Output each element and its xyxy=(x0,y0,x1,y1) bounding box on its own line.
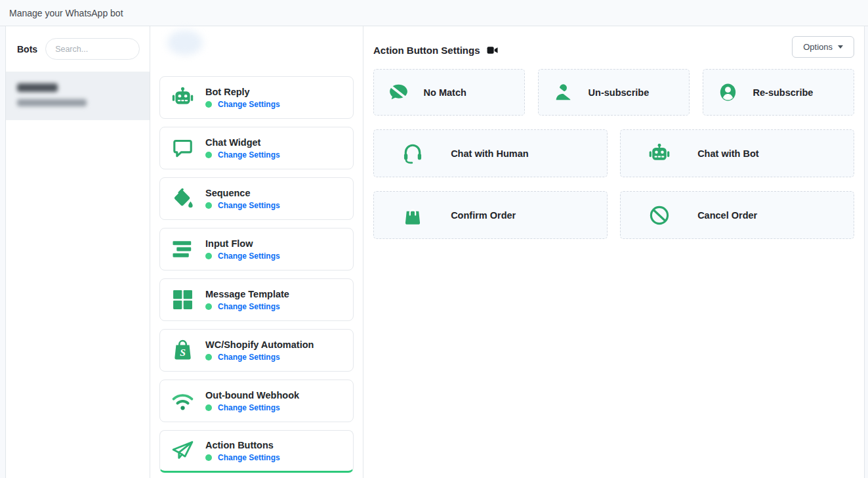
ban-icon xyxy=(621,204,697,227)
options-button[interactable]: Options xyxy=(792,36,854,58)
status-dot xyxy=(205,404,212,411)
status-dot xyxy=(205,253,212,259)
user-circle-icon xyxy=(703,81,753,103)
video-camera-icon[interactable] xyxy=(487,46,498,54)
status-dot xyxy=(205,152,212,158)
change-settings-link[interactable]: Change Settings xyxy=(218,353,280,362)
bot-search-input[interactable] xyxy=(45,38,140,60)
action-card-confirm-order[interactable]: Confirm Order xyxy=(373,191,608,239)
paper-plane-icon xyxy=(170,439,195,464)
feature-title: WC/Shopify Automation xyxy=(205,339,314,350)
main-layout: Bots Bot Reply Change Settings xyxy=(5,26,865,478)
status-dot xyxy=(205,303,212,310)
panel-title: Action Button Settings xyxy=(373,45,480,56)
feature-title: Action Buttons xyxy=(205,440,280,450)
blurred-avatar xyxy=(167,30,203,55)
change-settings-link[interactable]: Change Settings xyxy=(218,302,280,311)
feature-title: Input Flow xyxy=(205,238,280,249)
shopify-bag-icon: S xyxy=(170,338,195,363)
action-label: Re-subscribe xyxy=(753,87,854,98)
headset-icon xyxy=(374,142,451,165)
options-button-label: Options xyxy=(803,42,833,52)
action-label: No Match xyxy=(424,87,524,98)
svg-text:S: S xyxy=(180,347,186,358)
user-slash-icon xyxy=(539,81,589,103)
panel-header: Action Button Settings Options xyxy=(373,36,854,58)
feature-card-shopify-automation[interactable]: S WC/Shopify Automation Change Settings xyxy=(159,329,354,372)
feature-card-bot-reply[interactable]: Bot Reply Change Settings xyxy=(159,76,354,119)
chat-bubble-icon xyxy=(170,136,195,161)
action-card-chat-with-human[interactable]: Chat with Human xyxy=(373,129,608,177)
change-settings-link[interactable]: Change Settings xyxy=(218,150,280,160)
bars-icon xyxy=(170,237,195,262)
status-dot xyxy=(205,101,212,108)
action-button-settings-panel: Action Button Settings Options No Match xyxy=(363,26,864,478)
feature-title: Out-bound Webhook xyxy=(205,390,299,401)
action-label: Confirm Order xyxy=(451,210,607,221)
status-dot xyxy=(205,454,212,461)
feature-title: Bot Reply xyxy=(205,87,280,97)
feature-list: Bot Reply Change Settings Chat Widget Ch… xyxy=(150,26,363,478)
action-card-no-match[interactable]: No Match xyxy=(373,69,525,116)
robot-icon xyxy=(621,142,697,165)
feature-title: Chat Widget xyxy=(205,137,280,148)
feature-card-sequence[interactable]: Sequence Change Settings xyxy=(159,177,354,220)
status-dot xyxy=(205,202,212,209)
action-row-1: No Match Un-subscribe Re-subscribe xyxy=(373,69,854,116)
bots-heading: Bots xyxy=(17,44,37,54)
shopping-bag-icon xyxy=(374,204,451,227)
caret-down-icon xyxy=(838,45,843,49)
change-settings-link[interactable]: Change Settings xyxy=(218,453,280,462)
wifi-icon xyxy=(170,389,195,414)
change-settings-link[interactable]: Change Settings xyxy=(218,403,280,412)
action-label: Chat with Bot xyxy=(697,148,854,159)
bots-sidebar: Bots xyxy=(6,26,150,478)
feature-card-outbound-webhook[interactable]: Out-bound Webhook Change Settings xyxy=(159,380,354,422)
page-header: Manage your WhatsApp bot xyxy=(0,0,868,26)
change-settings-link[interactable]: Change Settings xyxy=(218,251,280,261)
action-card-cancel-order[interactable]: Cancel Order xyxy=(620,191,854,239)
robot-icon xyxy=(170,85,195,110)
action-label: Chat with Human xyxy=(451,148,607,159)
change-settings-link[interactable]: Change Settings xyxy=(218,201,280,210)
feature-card-action-buttons[interactable]: Action Buttons Change Settings xyxy=(159,430,354,473)
feature-title: Sequence xyxy=(205,188,280,198)
feature-card-chat-widget[interactable]: Chat Widget Change Settings xyxy=(159,127,354,169)
status-dot xyxy=(205,354,212,360)
bot-list-item-selected[interactable] xyxy=(6,72,150,120)
page-title: Manage your WhatsApp bot xyxy=(9,8,123,18)
action-label: Un-subscribe xyxy=(589,87,689,98)
feature-card-message-template[interactable]: Message Template Change Settings xyxy=(159,278,354,321)
bot-phone-redacted xyxy=(17,99,87,106)
feature-title: Message Template xyxy=(205,289,289,299)
grid-icon xyxy=(170,288,195,313)
action-row-2: Chat with Human Chat with Bot xyxy=(373,129,854,177)
action-row-3: Confirm Order Cancel Order xyxy=(373,191,854,239)
action-card-unsubscribe[interactable]: Un-subscribe xyxy=(538,69,690,116)
action-card-resubscribe[interactable]: Re-subscribe xyxy=(703,69,854,116)
change-settings-link[interactable]: Change Settings xyxy=(218,100,280,109)
feature-card-input-flow[interactable]: Input Flow Change Settings xyxy=(159,228,354,271)
sidebar-header: Bots xyxy=(6,26,150,72)
paint-fill-icon xyxy=(170,186,195,211)
action-label: Cancel Order xyxy=(697,210,854,221)
bot-name-redacted xyxy=(17,83,58,92)
action-card-chat-with-bot[interactable]: Chat with Bot xyxy=(620,129,854,177)
comment-slash-icon xyxy=(374,81,424,103)
